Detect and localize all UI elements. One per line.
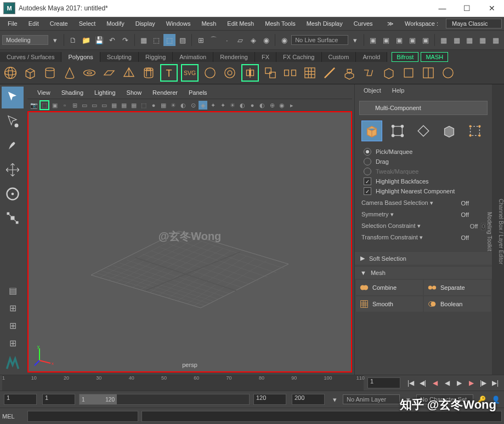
separate-button[interactable]: Separate <box>424 280 491 295</box>
panel-layout-1-icon[interactable]: ▦ <box>438 34 450 46</box>
vp-expose-icon[interactable]: ☀ <box>228 101 237 110</box>
vp-select-camera-icon[interactable]: 📷 <box>30 101 38 110</box>
vp-bookmark-icon[interactable]: ⬚ <box>39 100 49 110</box>
shelf-tab-rigging[interactable]: Rigging <box>139 52 173 62</box>
symmetry-row[interactable]: Symmetry ▾Off <box>361 211 485 218</box>
open-scene-icon[interactable]: 📁 <box>80 34 92 46</box>
highlight-backfaces-check[interactable]: ✓Highlight Backfaces <box>364 177 488 185</box>
poly-boolean-icon[interactable] <box>321 65 338 81</box>
vp-more-icon[interactable]: ▸ <box>287 101 296 110</box>
vp-menu-view[interactable]: View <box>32 89 56 96</box>
vp-isolate-icon[interactable]: ⊙ <box>189 101 197 110</box>
face-mode-icon[interactable] <box>439 121 460 141</box>
panel-layout-4-icon[interactable]: ▦ <box>477 34 489 46</box>
menu-curves[interactable]: Curves <box>348 20 378 27</box>
shelf-tab-fx[interactable]: FX <box>255 52 276 62</box>
poly-separate-icon[interactable] <box>282 65 298 81</box>
side-tab-modeling-toolkit[interactable]: Modeling Toolkit <box>486 89 492 375</box>
vp-xray-icon[interactable]: ◈ <box>199 101 207 110</box>
shelf-tab-mash[interactable]: MASH <box>421 52 448 62</box>
live-surface-icon[interactable]: ◉ <box>278 34 290 46</box>
play-forward-icon[interactable]: ▶ <box>454 377 465 388</box>
step-back-icon[interactable]: ◀| <box>417 377 428 388</box>
prev-key-icon[interactable]: ◀ <box>429 377 440 388</box>
construction-history-icon[interactable]: ▣ <box>367 34 379 46</box>
render-view-icon[interactable]: ▣ <box>380 34 392 46</box>
viewport-3d[interactable]: @玄冬Wong y x z persp <box>27 111 352 373</box>
live-surface-dropdown-icon[interactable]: ▾ <box>349 34 361 46</box>
live-surface-select[interactable]: No Live Surface <box>291 35 348 45</box>
vp-xray-joint-icon[interactable]: ✦ <box>208 101 217 110</box>
anim-start-field[interactable]: 1 <box>4 394 37 405</box>
menu-file[interactable]: File <box>2 20 23 27</box>
script-lang-button[interactable]: MEL <box>2 413 24 420</box>
poly-cone-icon[interactable] <box>61 65 78 81</box>
range-slider[interactable]: 1120 <box>79 394 250 405</box>
redo-icon[interactable]: ↷ <box>120 34 132 46</box>
transform-constraint-row[interactable]: Transform Constraint ▾Off <box>361 234 485 241</box>
next-key-icon[interactable]: ▶ <box>466 377 477 388</box>
move-tool-icon[interactable] <box>2 159 24 181</box>
layout-custom-icon[interactable]: ⊞ <box>2 335 24 351</box>
vp-light-icon[interactable]: ☀ <box>169 101 178 110</box>
shelf-tab-bifrost[interactable]: Bifrost <box>392 52 418 62</box>
anim-end-field[interactable]: 200 <box>292 394 325 405</box>
camera-based-selection-row[interactable]: Camera Based Selection ▾Off <box>361 199 485 207</box>
close-button[interactable]: ✕ <box>479 0 504 16</box>
ipr-render-icon[interactable]: ▣ <box>393 34 405 46</box>
combine-button[interactable]: Combine <box>356 280 423 295</box>
highlight-nearest-check[interactable]: ✓Highlight Nearest Component <box>364 187 488 195</box>
lasso-tool-icon[interactable] <box>2 111 24 133</box>
undo-icon[interactable]: ↶ <box>106 34 118 46</box>
go-end-icon[interactable]: ▶| <box>490 377 501 388</box>
menu-create[interactable]: Create <box>44 20 73 27</box>
maximize-button[interactable]: ☐ <box>455 0 479 16</box>
poly-plane-icon[interactable] <box>101 65 117 81</box>
shelf-tab-fxcaching[interactable]: FX Caching <box>276 52 321 62</box>
vp-film-gate-icon[interactable]: ▭ <box>80 101 89 110</box>
shelf-tab-sculpting[interactable]: Sculpting <box>100 52 139 62</box>
save-scene-icon[interactable]: 💾 <box>93 34 105 46</box>
poly-insert-edge-icon[interactable] <box>420 65 437 81</box>
vp-multisample-icon[interactable]: ⊕ <box>268 101 276 110</box>
vp-gamma-icon[interactable]: ◐ <box>238 101 247 110</box>
select-mask-icon[interactable]: ▨ <box>177 34 189 46</box>
poly-cube-icon[interactable] <box>22 65 38 81</box>
poly-prism-icon[interactable] <box>222 65 238 81</box>
rpanel-menu-object[interactable]: Object <box>358 87 387 94</box>
shelf-tab-polygons[interactable]: Polygons <box>61 52 100 62</box>
vp-motion-blur-icon[interactable]: ◐ <box>258 101 267 110</box>
vp-xray-comp-icon[interactable]: ✦ <box>218 101 227 110</box>
poly-pyramid-icon[interactable] <box>121 65 137 81</box>
poly-svg-icon[interactable]: SVG <box>181 64 199 82</box>
menu-mesh[interactable]: Mesh <box>196 20 222 27</box>
snap-surface-icon[interactable]: ◈ <box>247 34 259 46</box>
vp-textured-icon[interactable]: ▦ <box>159 101 168 110</box>
rotate-tool-icon[interactable] <box>2 183 24 205</box>
new-scene-icon[interactable]: 🗋 <box>67 34 79 46</box>
layout-single-icon[interactable]: ⊞ <box>2 300 24 316</box>
play-back-icon[interactable]: ◀ <box>441 377 452 388</box>
side-tab-channel-box[interactable]: Channel Box / Layer Editor <box>498 89 504 375</box>
command-input[interactable] <box>27 411 138 422</box>
time-slider[interactable]: 1 10 20 30 40 50 60 70 80 90 100 110 1 |… <box>0 375 504 391</box>
soft-selection-section[interactable]: ▶Soft Selection <box>355 252 492 265</box>
vp-2d-icon[interactable]: ▫ <box>60 101 69 110</box>
vp-wireframe-icon[interactable]: ⬚ <box>139 101 148 110</box>
snap-curve-icon[interactable]: ⌒ <box>208 34 220 46</box>
vp-shadow-icon[interactable]: ◐ <box>179 101 188 110</box>
vp-ao-icon[interactable]: ● <box>248 101 257 110</box>
select-object-icon[interactable]: ⬚ <box>151 34 163 46</box>
poly-platonic-icon[interactable] <box>202 65 218 81</box>
select-component-icon[interactable]: ⬚ <box>163 34 175 46</box>
range-start-field[interactable]: 1 <box>42 394 75 405</box>
vp-safe-action-icon[interactable]: ▦ <box>120 101 128 110</box>
paint-select-tool-icon[interactable] <box>2 135 24 157</box>
vp-field-icon[interactable]: ▦ <box>110 101 118 110</box>
panel-layout-2-icon[interactable]: ▦ <box>451 34 463 46</box>
panel-layout-3-icon[interactable]: ▦ <box>463 34 475 46</box>
edge-mode-icon[interactable] <box>413 121 434 141</box>
vp-menu-renderer[interactable]: Renderer <box>147 89 183 96</box>
snap-plane-icon[interactable]: ▱ <box>234 34 246 46</box>
range-dropdown-icon[interactable]: ▾ <box>329 393 341 405</box>
